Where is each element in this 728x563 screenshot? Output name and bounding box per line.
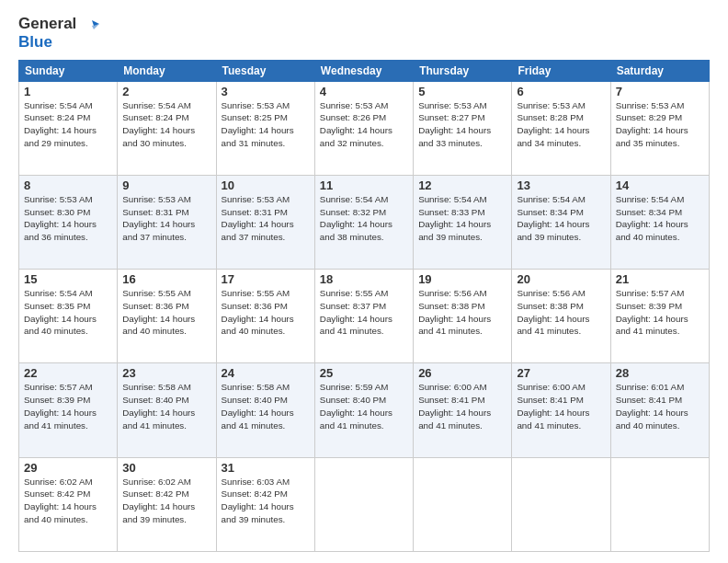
day-info: Sunrise: 5:54 AM Sunset: 8:32 PM Dayligh… <box>320 193 408 244</box>
calendar-day-cell: 8 Sunrise: 5:53 AM Sunset: 8:30 PM Dayli… <box>19 176 118 270</box>
day-number: 27 <box>517 366 605 380</box>
calendar-day-cell: 30 Sunrise: 6:02 AM Sunset: 8:42 PM Dayl… <box>118 457 216 551</box>
day-info: Sunrise: 5:53 AM Sunset: 8:28 PM Dayligh… <box>517 99 605 150</box>
calendar-day-cell: 23 Sunrise: 5:58 AM Sunset: 8:40 PM Dayl… <box>118 363 216 457</box>
day-info: Sunrise: 6:00 AM Sunset: 8:41 PM Dayligh… <box>517 381 605 431</box>
calendar-day-header: Saturday <box>610 60 709 81</box>
day-number: 22 <box>24 366 112 380</box>
calendar-day-cell: 9 Sunrise: 5:53 AM Sunset: 8:31 PM Dayli… <box>118 176 216 270</box>
page: General Blue SundayMondayTuesdayWednesda… <box>0 0 728 563</box>
calendar-day-cell: 11 Sunrise: 5:54 AM Sunset: 8:32 PM Dayl… <box>314 176 413 270</box>
day-info: Sunrise: 5:55 AM Sunset: 8:36 PM Dayligh… <box>122 287 210 338</box>
calendar-day-cell: 27 Sunrise: 6:00 AM Sunset: 8:41 PM Dayl… <box>512 363 610 457</box>
calendar-week-row: 29 Sunrise: 6:02 AM Sunset: 8:42 PM Dayl… <box>19 457 710 551</box>
calendar-day-cell: 2 Sunrise: 5:54 AM Sunset: 8:24 PM Dayli… <box>118 81 216 175</box>
day-info: Sunrise: 6:01 AM Sunset: 8:41 PM Dayligh… <box>616 381 704 431</box>
calendar-day-cell: 28 Sunrise: 6:01 AM Sunset: 8:41 PM Dayl… <box>610 363 709 457</box>
calendar-day-cell <box>414 457 512 551</box>
day-info: Sunrise: 6:02 AM Sunset: 8:42 PM Dayligh… <box>122 476 210 526</box>
day-info: Sunrise: 5:58 AM Sunset: 8:40 PM Dayligh… <box>122 381 210 431</box>
calendar-day-cell: 16 Sunrise: 5:55 AM Sunset: 8:36 PM Dayl… <box>118 270 216 363</box>
day-number: 8 <box>24 178 112 192</box>
day-number: 9 <box>122 178 210 192</box>
calendar-day-cell: 31 Sunrise: 6:03 AM Sunset: 8:42 PM Dayl… <box>216 457 314 551</box>
calendar-day-header: Tuesday <box>216 60 314 81</box>
calendar-day-cell: 12 Sunrise: 5:54 AM Sunset: 8:33 PM Dayl… <box>414 176 512 270</box>
calendar-day-cell: 29 Sunrise: 6:02 AM Sunset: 8:42 PM Dayl… <box>19 457 118 551</box>
calendar-day-cell: 21 Sunrise: 5:57 AM Sunset: 8:39 PM Dayl… <box>610 270 709 363</box>
calendar-week-row: 15 Sunrise: 5:54 AM Sunset: 8:35 PM Dayl… <box>19 270 710 363</box>
day-info: Sunrise: 6:02 AM Sunset: 8:42 PM Dayligh… <box>24 476 112 526</box>
day-number: 20 <box>517 272 605 286</box>
day-number: 15 <box>24 272 112 286</box>
day-info: Sunrise: 5:53 AM Sunset: 8:29 PM Dayligh… <box>616 99 704 150</box>
day-info: Sunrise: 5:54 AM Sunset: 8:24 PM Dayligh… <box>122 99 210 150</box>
logo: General Blue <box>18 15 99 52</box>
day-number: 30 <box>122 461 210 475</box>
day-info: Sunrise: 5:57 AM Sunset: 8:39 PM Dayligh… <box>616 287 704 338</box>
day-number: 1 <box>24 85 112 98</box>
day-info: Sunrise: 5:58 AM Sunset: 8:40 PM Dayligh… <box>222 381 310 431</box>
day-number: 2 <box>122 85 210 98</box>
day-info: Sunrise: 5:56 AM Sunset: 8:38 PM Dayligh… <box>418 287 506 338</box>
calendar-day-header: Monday <box>118 60 216 81</box>
calendar-day-cell: 10 Sunrise: 5:53 AM Sunset: 8:31 PM Dayl… <box>216 176 314 270</box>
calendar-day-cell: 5 Sunrise: 5:53 AM Sunset: 8:27 PM Dayli… <box>414 81 512 175</box>
day-info: Sunrise: 5:53 AM Sunset: 8:26 PM Dayligh… <box>320 99 408 150</box>
calendar-week-row: 1 Sunrise: 5:54 AM Sunset: 8:24 PM Dayli… <box>19 81 710 175</box>
day-info: Sunrise: 5:54 AM Sunset: 8:33 PM Dayligh… <box>418 193 506 244</box>
calendar-day-cell: 13 Sunrise: 5:54 AM Sunset: 8:34 PM Dayl… <box>512 176 610 270</box>
calendar-day-header: Friday <box>512 60 610 81</box>
day-number: 19 <box>418 272 506 286</box>
day-number: 21 <box>616 272 704 286</box>
calendar-day-header: Sunday <box>19 60 118 81</box>
calendar-day-cell: 17 Sunrise: 5:55 AM Sunset: 8:36 PM Dayl… <box>216 270 314 363</box>
day-info: Sunrise: 5:53 AM Sunset: 8:31 PM Dayligh… <box>222 193 310 244</box>
day-info: Sunrise: 5:54 AM Sunset: 8:34 PM Dayligh… <box>616 193 704 244</box>
day-number: 29 <box>24 461 112 475</box>
calendar-day-cell: 26 Sunrise: 6:00 AM Sunset: 8:41 PM Dayl… <box>414 363 512 457</box>
day-info: Sunrise: 5:53 AM Sunset: 8:31 PM Dayligh… <box>122 193 210 244</box>
day-info: Sunrise: 5:54 AM Sunset: 8:35 PM Dayligh… <box>24 287 112 338</box>
day-info: Sunrise: 6:00 AM Sunset: 8:41 PM Dayligh… <box>418 381 506 431</box>
day-number: 16 <box>122 272 210 286</box>
day-number: 7 <box>616 85 704 98</box>
day-info: Sunrise: 5:54 AM Sunset: 8:24 PM Dayligh… <box>24 99 112 150</box>
day-number: 25 <box>320 366 408 380</box>
day-number: 11 <box>320 178 408 192</box>
day-info: Sunrise: 5:54 AM Sunset: 8:34 PM Dayligh… <box>517 193 605 244</box>
calendar-header-row: SundayMondayTuesdayWednesdayThursdayFrid… <box>19 60 710 81</box>
day-number: 24 <box>222 366 310 380</box>
calendar-day-cell <box>314 457 413 551</box>
logo-bird-icon <box>83 17 99 33</box>
day-number: 5 <box>418 85 506 98</box>
calendar-day-cell: 1 Sunrise: 5:54 AM Sunset: 8:24 PM Dayli… <box>19 81 118 175</box>
day-number: 10 <box>222 178 310 192</box>
day-number: 4 <box>320 85 408 98</box>
day-info: Sunrise: 5:59 AM Sunset: 8:40 PM Dayligh… <box>320 381 408 431</box>
calendar-day-cell: 4 Sunrise: 5:53 AM Sunset: 8:26 PM Dayli… <box>314 81 413 175</box>
day-info: Sunrise: 6:03 AM Sunset: 8:42 PM Dayligh… <box>222 476 310 526</box>
day-number: 17 <box>222 272 310 286</box>
logo-text: General Blue <box>18 15 99 52</box>
day-number: 18 <box>320 272 408 286</box>
calendar-day-cell: 15 Sunrise: 5:54 AM Sunset: 8:35 PM Dayl… <box>19 270 118 363</box>
day-info: Sunrise: 5:53 AM Sunset: 8:30 PM Dayligh… <box>24 193 112 244</box>
calendar-day-cell: 3 Sunrise: 5:53 AM Sunset: 8:25 PM Dayli… <box>216 81 314 175</box>
calendar-day-cell: 18 Sunrise: 5:55 AM Sunset: 8:37 PM Dayl… <box>314 270 413 363</box>
header: General Blue <box>18 15 710 52</box>
day-info: Sunrise: 5:55 AM Sunset: 8:36 PM Dayligh… <box>222 287 310 338</box>
day-number: 23 <box>122 366 210 380</box>
day-info: Sunrise: 5:57 AM Sunset: 8:39 PM Dayligh… <box>24 381 112 431</box>
calendar-day-cell <box>610 457 709 551</box>
calendar-table: SundayMondayTuesdayWednesdayThursdayFrid… <box>18 60 710 552</box>
day-info: Sunrise: 5:56 AM Sunset: 8:38 PM Dayligh… <box>517 287 605 338</box>
calendar-day-cell: 6 Sunrise: 5:53 AM Sunset: 8:28 PM Dayli… <box>512 81 610 175</box>
day-number: 14 <box>616 178 704 192</box>
calendar-day-cell: 7 Sunrise: 5:53 AM Sunset: 8:29 PM Dayli… <box>610 81 709 175</box>
calendar-day-cell: 20 Sunrise: 5:56 AM Sunset: 8:38 PM Dayl… <box>512 270 610 363</box>
calendar-week-row: 22 Sunrise: 5:57 AM Sunset: 8:39 PM Dayl… <box>19 363 710 457</box>
day-number: 31 <box>222 461 310 475</box>
calendar-day-header: Thursday <box>414 60 512 81</box>
calendar-day-cell: 14 Sunrise: 5:54 AM Sunset: 8:34 PM Dayl… <box>610 176 709 270</box>
